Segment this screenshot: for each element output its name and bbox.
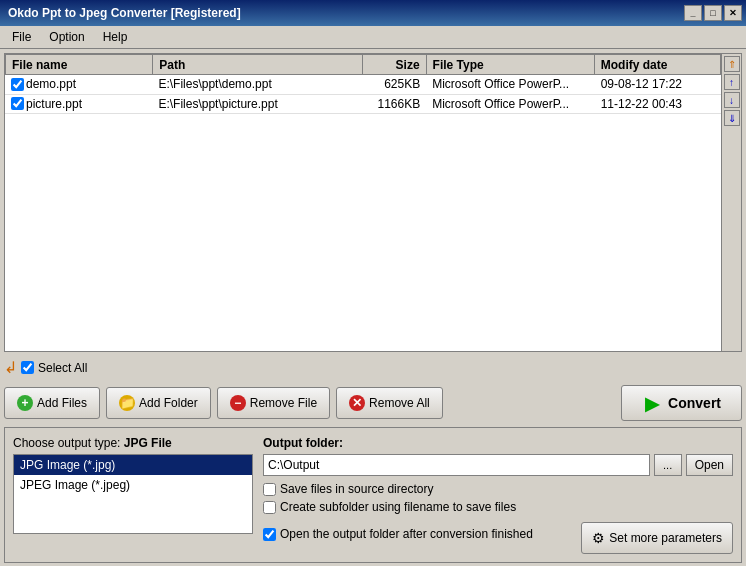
output-type-current: JPG File (124, 436, 172, 450)
save-source-checkbox[interactable] (263, 483, 276, 496)
cell-size: 1166KB (363, 94, 426, 113)
table-row: demo.ppt E:\Files\ppt\demo.ppt 625KB Mic… (5, 75, 721, 94)
create-subfolder-checkbox[interactable] (263, 501, 276, 514)
cell-size: 625KB (363, 75, 426, 94)
open-after-row: Open the output folder after conversion … (263, 527, 533, 541)
gear-icon: ⚙ (592, 530, 605, 546)
save-source-row: Save files in source directory (263, 482, 733, 496)
scroll-buttons: ⇑ ↑ ↓ ⇓ (721, 54, 741, 351)
back-arrow-icon[interactable]: ↲ (4, 358, 17, 377)
add-folder-label: Add Folder (139, 396, 198, 410)
format-item-jpg[interactable]: JPG Image (*.jpg) (14, 455, 252, 475)
output-folder-label: Output folder: (263, 436, 733, 450)
cell-path: E:\Files\ppt\demo.ppt (152, 75, 363, 94)
title-bar: Okdo Ppt to Jpeg Converter [Registered] … (0, 0, 746, 26)
folder-path-input[interactable] (263, 454, 650, 476)
table-row: picture.ppt E:\Files\ppt\picture.ppt 116… (5, 94, 721, 113)
select-all-label: Select All (38, 361, 87, 375)
maximize-button[interactable]: □ (704, 5, 722, 21)
menu-file[interactable]: File (4, 28, 39, 46)
scroll-bottom-button[interactable]: ⇓ (724, 110, 740, 126)
open-after-checkbox[interactable] (263, 528, 276, 541)
cell-filetype: Microsoft Office PowerP... (426, 75, 594, 94)
format-list: JPG Image (*.jpg) JPEG Image (*.jpeg) (13, 454, 253, 534)
cell-filetype: Microsoft Office PowerP... (426, 94, 594, 113)
menu-bar: File Option Help (0, 26, 746, 49)
file-list-section: File name Path Size File Type Modify dat… (4, 53, 742, 352)
col-path: Path (153, 55, 363, 75)
save-source-label: Save files in source directory (280, 482, 433, 496)
row-checkbox[interactable] (11, 78, 24, 91)
open-after-label: Open the output folder after conversion … (280, 527, 533, 541)
col-size: Size (363, 55, 426, 75)
add-files-button[interactable]: + Add Files (4, 387, 100, 419)
add-folder-icon: 📁 (119, 395, 135, 411)
row-checkbox[interactable] (11, 97, 24, 110)
convert-label: Convert (668, 395, 721, 411)
bottom-section: Choose output type: JPG File JPG Image (… (4, 427, 742, 563)
toolbar: + Add Files 📁 Add Folder − Remove File ✕… (4, 383, 742, 423)
output-type-label: Choose output type: JPG File (13, 436, 253, 450)
set-params-label: Set more parameters (609, 531, 722, 545)
minimize-button[interactable]: _ (684, 5, 702, 21)
folder-open-button[interactable]: Open (686, 454, 733, 476)
add-files-icon: + (17, 395, 33, 411)
format-item-jpeg[interactable]: JPEG Image (*.jpeg) (14, 475, 252, 495)
folder-path-row: ... Open (263, 454, 733, 476)
remove-all-button[interactable]: ✕ Remove All (336, 387, 443, 419)
col-filetype: File Type (426, 55, 594, 75)
cell-date: 09-08-12 17:22 (595, 75, 721, 94)
select-all-checkbox[interactable] (21, 361, 34, 374)
convert-button[interactable]: ▶ Convert (621, 385, 742, 421)
remove-file-label: Remove File (250, 396, 317, 410)
scroll-top-button[interactable]: ⇑ (724, 56, 740, 72)
convert-icon: ▶ (642, 393, 662, 413)
create-subfolder-row: Create subfolder using filename to save … (263, 500, 733, 514)
output-folder-section: Output folder: ... Open Save files in so… (263, 436, 733, 554)
add-folder-button[interactable]: 📁 Add Folder (106, 387, 211, 419)
title-controls: _ □ ✕ (684, 5, 742, 21)
close-button[interactable]: ✕ (724, 5, 742, 21)
col-filename: File name (6, 55, 153, 75)
remove-all-icon: ✕ (349, 395, 365, 411)
cell-filename: demo.ppt (5, 75, 152, 94)
set-params-button[interactable]: ⚙ Set more parameters (581, 522, 733, 554)
menu-help[interactable]: Help (95, 28, 136, 46)
file-table-body: demo.ppt E:\Files\ppt\demo.ppt 625KB Mic… (5, 75, 721, 295)
output-type-section: Choose output type: JPG File JPG Image (… (13, 436, 253, 554)
options-section: Save files in source directory Create su… (263, 482, 733, 554)
cell-date: 11-12-22 00:43 (595, 94, 721, 113)
window-title: Okdo Ppt to Jpeg Converter [Registered] (4, 6, 241, 20)
cell-path: E:\Files\ppt\picture.ppt (152, 94, 363, 113)
file-table: File name Path Size File Type Modify dat… (5, 54, 721, 351)
scroll-down-button[interactable]: ↓ (724, 92, 740, 108)
menu-option[interactable]: Option (41, 28, 92, 46)
select-all-bar: ↲ Select All (4, 356, 742, 379)
folder-browse-button[interactable]: ... (654, 454, 682, 476)
main-content: File name Path Size File Type Modify dat… (0, 49, 746, 566)
add-files-label: Add Files (37, 396, 87, 410)
remove-all-label: Remove All (369, 396, 430, 410)
create-subfolder-label: Create subfolder using filename to save … (280, 500, 516, 514)
col-modifydate: Modify date (594, 55, 720, 75)
cell-filename: picture.ppt (5, 94, 152, 113)
remove-file-icon: − (230, 395, 246, 411)
scroll-up-button[interactable]: ↑ (724, 74, 740, 90)
remove-file-button[interactable]: − Remove File (217, 387, 330, 419)
